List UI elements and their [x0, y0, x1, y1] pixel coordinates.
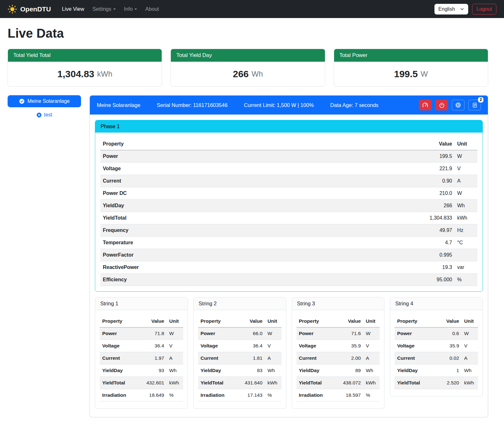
limit-settings-button[interactable]: [419, 100, 432, 110]
cell-unit: kWh: [265, 377, 282, 389]
string-card-title: String 3: [292, 297, 384, 310]
cell-value: 17.143: [235, 389, 265, 402]
nav-live-view[interactable]: Live View: [58, 3, 88, 15]
cell-property: Power: [198, 327, 236, 340]
cell-unit: kWh: [167, 377, 183, 389]
cell-unit: W: [462, 327, 478, 340]
cell-value: 438.072: [334, 377, 363, 389]
cell-property: YieldTotal: [198, 377, 236, 389]
summary-card-unit: W: [421, 70, 428, 78]
string-card-title: String 1: [95, 297, 188, 310]
cell-value: 19.3: [312, 261, 455, 274]
chevron-down-icon: [460, 7, 464, 11]
cell-property: YieldDay: [395, 365, 435, 377]
table-row: Power DC210.0W: [100, 187, 477, 200]
summary-card-total-power: Total Power 199.5 W: [334, 49, 488, 87]
summary-card-value: 266: [233, 69, 249, 79]
column-header-unit: Unit: [265, 315, 282, 327]
inverter-button-inactive[interactable]: test: [8, 112, 81, 118]
table-row: YieldDay266Wh: [100, 200, 477, 212]
sun-logo-icon: [8, 4, 17, 14]
cell-unit: [455, 249, 477, 261]
phase-card-title: Phase 1: [95, 120, 482, 133]
table-row: Power0.6W: [395, 327, 478, 340]
column-header-value: Value: [235, 315, 265, 327]
column-header-unit: Unit: [167, 315, 183, 327]
table-row: Voltage35.9V: [395, 340, 478, 352]
inverter-button-active[interactable]: Meine Solaranlage: [8, 95, 81, 107]
power-toggle-button[interactable]: [435, 100, 448, 110]
cell-property: Voltage: [100, 340, 137, 352]
cell-value: 36.4: [235, 340, 265, 352]
cell-unit: A: [167, 352, 183, 365]
cell-value: 1: [435, 365, 462, 377]
cell-property: Current: [100, 175, 312, 187]
nav-settings[interactable]: Settings: [88, 3, 120, 15]
cell-property: Current: [296, 352, 334, 365]
journal-icon: [472, 102, 478, 108]
brand-label: OpenDTU: [20, 5, 51, 13]
logout-button[interactable]: Logout: [472, 4, 496, 15]
table-row: Irradiation18.597%: [296, 389, 380, 402]
nav-live-view-label: Live View: [62, 6, 84, 12]
table-row: Efficiency95.000%: [100, 274, 477, 286]
summary-card-unit: kWh: [97, 70, 112, 78]
column-header-unit: Unit: [363, 315, 380, 327]
cell-property: YieldTotal: [296, 377, 334, 389]
cell-property: Power: [100, 150, 312, 163]
check-circle-icon: [19, 98, 25, 104]
inverter-panel: Meine Solaranlage Serial Number: 1161716…: [90, 95, 488, 417]
inverter-current-limit: Current Limit: 1,500 W | 100%: [244, 102, 314, 108]
string-card: String 1PropertyValueUnitPower71.8WVolta…: [95, 297, 188, 409]
cell-value: 431.640: [235, 377, 265, 389]
cell-unit: A: [265, 352, 282, 365]
cell-unit: %: [167, 389, 183, 402]
cell-unit: Wh: [167, 365, 183, 377]
table-row: YieldTotal431.640kWh: [198, 377, 282, 389]
summary-cards-row: Total Yield Total 1,304.83 kWh Total Yie…: [8, 49, 488, 87]
cell-unit: kWh: [462, 377, 478, 389]
table-row: Power71.6W: [296, 327, 380, 340]
table-row: Current0.02A: [395, 352, 478, 365]
string-table: PropertyValueUnitPower71.8WVoltage36.4VC…: [100, 315, 183, 402]
cell-unit: A: [462, 352, 478, 365]
inverter-button-label: Meine Solaranlage: [28, 98, 70, 104]
table-row: PowerFactor0.995: [100, 249, 477, 261]
nav-info[interactable]: Info: [120, 3, 141, 15]
event-count-badge: 2: [478, 97, 483, 103]
table-header-row: PropertyValueUnit: [198, 315, 282, 327]
cell-value: 71.6: [334, 327, 363, 340]
nav-about[interactable]: About: [141, 3, 163, 15]
cell-value: 2.00: [334, 352, 363, 365]
cell-value: 199.5: [312, 150, 455, 163]
navbar: OpenDTU Live View Settings Info About En…: [0, 0, 504, 18]
cell-property: Irradiation: [296, 389, 334, 402]
table-row: Voltage36.4V: [198, 340, 282, 352]
summary-card-value: 1,304.83: [57, 69, 94, 79]
inverter-name: Meine Solaranlage: [97, 102, 140, 108]
cell-unit: W: [455, 150, 477, 163]
cell-property: Power: [296, 327, 334, 340]
cell-property: Voltage: [395, 340, 435, 352]
cell-property: Efficiency: [100, 274, 312, 286]
event-log-button[interactable]: 2: [468, 100, 481, 110]
column-header-property: Property: [100, 315, 137, 327]
cell-property: Irradiation: [100, 389, 137, 402]
cell-unit: W: [167, 327, 183, 340]
device-info-button[interactable]: [452, 100, 464, 110]
string-card: String 4PropertyValueUnitPower0.6WVoltag…: [390, 297, 483, 396]
cell-property: Frequency: [100, 224, 312, 237]
column-header-value: Value: [435, 315, 462, 327]
cell-value: 95.000: [312, 274, 455, 286]
cpu-icon: [455, 102, 461, 108]
column-header-value: Value: [312, 138, 455, 150]
language-select[interactable]: English: [434, 4, 468, 15]
page-title: Live Data: [8, 26, 488, 41]
cell-value: 210.0: [312, 187, 455, 200]
cell-property: Temperature: [100, 237, 312, 249]
column-header-unit: Unit: [455, 138, 477, 150]
cell-value: 4.7: [312, 237, 455, 249]
string-table: PropertyValueUnitPower66.0WVoltage36.4VC…: [198, 315, 282, 402]
app-brand[interactable]: OpenDTU: [8, 4, 51, 14]
inverter-serial-number: Serial Number: 116171603546: [157, 102, 228, 108]
